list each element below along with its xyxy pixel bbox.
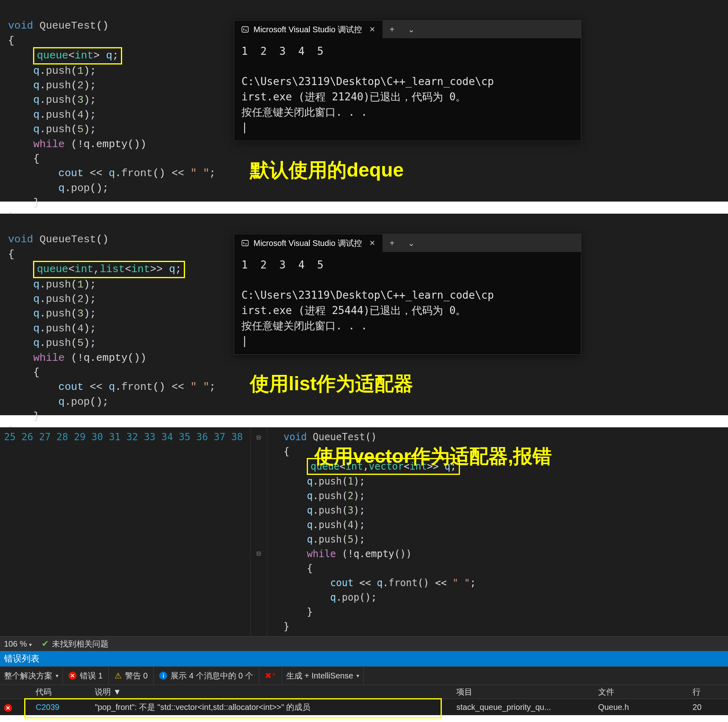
errors-filter[interactable]: ✕错误 1 (63, 667, 109, 685)
status-text: 未找到相关问题 (52, 639, 108, 649)
error-table-header[interactable]: 代码 说明 ▼ 项目 文件 行 (0, 685, 728, 699)
info-icon: i (159, 672, 167, 680)
col-header-file[interactable]: 文件 (594, 687, 688, 697)
fold-toggle[interactable]: ⊟ (251, 546, 267, 560)
col-header-desc[interactable]: 说明 ▼ (91, 687, 452, 697)
col-header-proj[interactable]: 项目 (452, 687, 594, 697)
tab-dropdown-button[interactable]: ⌄ (402, 238, 421, 248)
error-filter-bar: 整个解决方案▾ ✕错误 1 ⚠警告 0 i展示 4 个消息中的 0 个 ✖⁺ 生… (0, 666, 728, 685)
warnings-filter[interactable]: ⚠警告 0 (109, 667, 154, 685)
terminal-tab-title: Microsoft Visual Studio 调试控 (254, 24, 362, 35)
check-icon: ✔ (42, 639, 49, 649)
status-bar: 106 % ▾ ✔ 未找到相关问题 (0, 636, 728, 651)
svg-rect-0 (242, 27, 248, 32)
caption-1: 默认使用的deque (250, 157, 404, 183)
highlight-box-2: queue<int,list<int>> q; (33, 261, 185, 278)
error-row[interactable]: ✕ C2039 "pop_front": 不是 "std::vector<int… (0, 699, 728, 715)
close-icon[interactable]: ✕ (369, 239, 375, 248)
caption-3: 使用vector作为适配器,报错 (314, 443, 552, 469)
keyword-while: while (33, 138, 64, 150)
close-icon[interactable]: ✕ (369, 25, 375, 34)
terminal-titlebar[interactable]: Microsoft Visual Studio 调试控 ✕ + ⌄ (234, 21, 581, 38)
col-header-line[interactable]: 行 (688, 687, 728, 697)
line-number-gutter: 25 26 27 28 29 30 31 32 33 34 35 36 37 3… (0, 427, 250, 636)
highlight-box-1: queue<int> q; (33, 47, 122, 64)
keyword-void: void (8, 20, 33, 32)
solution-filter[interactable]: 整个解决方案▾ (0, 667, 63, 685)
fold-toggle[interactable]: ⊟ (251, 430, 267, 444)
ide-editor-3[interactable]: 25 26 27 28 29 30 31 32 33 34 35 36 37 3… (0, 427, 728, 715)
terminal-output[interactable]: 1 2 3 4 5 C:\Users\23119\Desktop\C++_lea… (234, 252, 581, 354)
messages-filter[interactable]: i展示 4 个消息中的 0 个 (154, 667, 259, 685)
zoom-level[interactable]: 106 % ▾ (0, 639, 36, 649)
error-project: stack_queue_priority_qu... (452, 703, 594, 712)
error-table: 代码 说明 ▼ 项目 文件 行 ✕ C2039 "pop_front": 不是 … (0, 685, 728, 715)
error-list-title[interactable]: 错误列表 (0, 651, 728, 666)
caption-2: 使用list作为适配器 (250, 371, 413, 397)
terminal-icon (241, 26, 249, 33)
error-icon: ✕ (4, 704, 12, 712)
clear-icon: ✖⁺ (265, 671, 276, 680)
error-desc: "pop_front": 不是 "std::vector<int,std::al… (91, 702, 452, 713)
clear-filter-button[interactable]: ✖⁺ (259, 667, 282, 685)
warning-icon: ⚠ (114, 671, 122, 680)
build-intellisense-filter[interactable]: 生成 + IntelliSense▾ (282, 667, 364, 685)
svg-rect-1 (242, 240, 248, 246)
terminal-tab[interactable]: Microsoft Visual Studio 调试控 ✕ (234, 234, 383, 252)
terminal-window-2[interactable]: Microsoft Visual Studio 调试控 ✕ + ⌄ 1 2 3 … (234, 234, 581, 355)
col-header-code[interactable]: 代码 (31, 687, 91, 697)
terminal-output[interactable]: 1 2 3 4 5 C:\Users\23119\Desktop\C++_lea… (234, 38, 581, 141)
terminal-window-1[interactable]: Microsoft Visual Studio 调试控 ✕ + ⌄ 1 2 3 … (234, 20, 581, 141)
outline-column[interactable]: ⊟ ⊟ (250, 427, 267, 636)
new-tab-button[interactable]: + (383, 25, 402, 34)
error-line: 20 (688, 703, 728, 712)
terminal-tab[interactable]: Microsoft Visual Studio 调试控 ✕ (234, 21, 383, 38)
terminal-icon (241, 239, 249, 247)
new-tab-button[interactable]: + (383, 239, 402, 248)
terminal-titlebar[interactable]: Microsoft Visual Studio 调试控 ✕ + ⌄ (234, 234, 581, 252)
error-icon: ✕ (69, 672, 77, 680)
fn-name: QueueTest (40, 20, 96, 32)
error-code-link[interactable]: C2039 (35, 703, 59, 712)
error-file: Queue.h (594, 703, 688, 712)
terminal-tab-title: Microsoft Visual Studio 调试控 (254, 238, 362, 249)
tab-dropdown-button[interactable]: ⌄ (402, 25, 421, 34)
